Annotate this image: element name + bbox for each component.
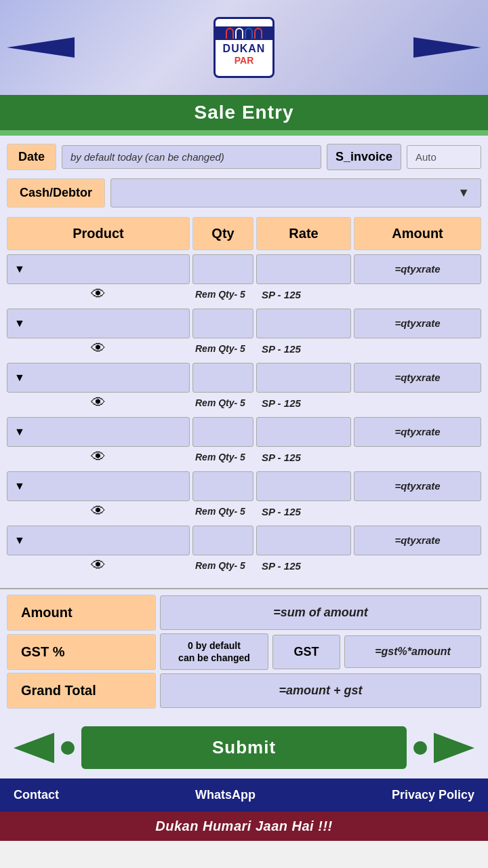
product-dropdown-arrow-6: ▼	[14, 534, 25, 547]
whatsapp-link[interactable]: WhatsApp	[195, 788, 256, 802]
arch-blue	[245, 28, 253, 39]
nav-dot-left	[61, 741, 75, 755]
row-info-4: 👁 Rem Qty- 5 SP - 125	[7, 448, 481, 466]
row-info-3: 👁 Rem Qty- 5 SP - 125	[7, 394, 481, 412]
eye-icon-4[interactable]: 👁	[7, 448, 190, 466]
submit-button[interactable]: Submit	[81, 726, 407, 769]
footer-tagline: Dukan Humari Jaan Hai !!!	[0, 812, 488, 841]
amount-label: Amount	[7, 595, 156, 631]
gst-text: GST	[272, 635, 340, 669]
form-area: Date by default today (can be changed) S…	[0, 136, 488, 588]
logo-box: DUKAN PAR	[214, 17, 274, 78]
rate-header: Rate	[256, 217, 351, 250]
row-main-1: ▼ =qtyxrate	[7, 254, 481, 284]
grand-total-label: Grand Total	[7, 673, 156, 709]
amount-formula-6: =qtyxrate	[354, 526, 481, 555]
product-dropdown-1[interactable]: ▼	[7, 254, 190, 284]
product-dropdown-6[interactable]: ▼	[7, 526, 190, 555]
date-label: Date	[7, 144, 56, 170]
right-wing-icon	[413, 37, 481, 58]
rate-input-5[interactable]	[256, 471, 351, 501]
sp-price-5: SP - 125	[256, 502, 481, 520]
amount-formula-5: =qtyxrate	[354, 471, 481, 501]
privacy-link[interactable]: Privacy Policy	[392, 788, 474, 802]
amount-formula-1: =qtyxrate	[354, 254, 481, 284]
table-header: Product Qty Rate Amount	[7, 217, 481, 250]
accent-line	[0, 130, 488, 136]
logo-dukan-text: DUKAN	[223, 43, 266, 55]
rate-input-3[interactable]	[256, 363, 351, 393]
grand-total-value: =amount + gst	[160, 673, 481, 708]
arch-red2	[254, 28, 262, 39]
sinvoice-label: S_invoice	[327, 144, 401, 170]
row-main-4: ▼ =qtyxrate	[7, 417, 481, 447]
left-wing-icon	[7, 37, 75, 58]
cash-debtor-dropdown[interactable]: ▼	[110, 178, 481, 208]
qty-input-4[interactable]	[192, 417, 253, 447]
submit-area: Submit	[0, 717, 488, 778]
product-dropdown-arrow-3: ▼	[14, 372, 25, 384]
product-dropdown-arrow-1: ▼	[14, 263, 25, 275]
amount-header: Amount	[354, 217, 481, 250]
date-input[interactable]: by default today (can be changed)	[62, 145, 321, 169]
nav-forward-button[interactable]	[434, 732, 474, 763]
sp-price-4: SP - 125	[256, 448, 481, 466]
row-main-2: ▼ =qtyxrate	[7, 309, 481, 338]
logo-arches	[224, 26, 264, 40]
rem-qty-6: Rem Qty- 5	[192, 557, 253, 574]
cash-debtor-label: Cash/Debtor	[7, 178, 105, 208]
title-bar: Sale Entry	[0, 95, 488, 130]
cash-debtor-row: Cash/Debtor ▼	[7, 178, 481, 208]
logo-top	[216, 26, 272, 40]
sp-price-2: SP - 125	[256, 340, 481, 357]
row-info-6: 👁 Rem Qty- 5 SP - 125	[7, 557, 481, 574]
qty-input-1[interactable]	[192, 254, 253, 284]
gst-row: GST % 0 by defaultcan be changed GST =gs…	[7, 633, 481, 670]
qty-input-2[interactable]	[192, 309, 253, 338]
rate-input-2[interactable]	[256, 309, 351, 338]
product-dropdown-arrow-5: ▼	[14, 480, 25, 492]
product-row-2: ▼ =qtyxrate 👁 Rem Qty- 5 SP - 125	[7, 309, 481, 357]
product-row-3: ▼ =qtyxrate 👁 Rem Qty- 5 SP - 125	[7, 363, 481, 412]
arch-white	[235, 28, 243, 39]
qty-input-6[interactable]	[192, 526, 253, 555]
product-row-1: ▼ =qtyxrate 👁 Rem Qty- 5 SP - 125	[7, 254, 481, 303]
gst-percent-label: GST %	[7, 634, 156, 670]
row-main-3: ▼ =qtyxrate	[7, 363, 481, 393]
product-dropdown-2[interactable]: ▼	[7, 309, 190, 338]
amount-value: =sum of amount	[160, 595, 481, 630]
product-dropdown-arrow-2: ▼	[14, 317, 25, 330]
grand-total-row: Grand Total =amount + gst	[7, 673, 481, 709]
summary-section: Amount =sum of amount GST % 0 by default…	[0, 588, 488, 717]
eye-icon-6[interactable]: 👁	[7, 557, 190, 574]
arch-red	[226, 28, 234, 39]
dropdown-arrow-icon: ▼	[458, 186, 470, 200]
rem-qty-3: Rem Qty- 5	[192, 394, 253, 412]
rate-input-1[interactable]	[256, 254, 351, 284]
rem-qty-4: Rem Qty- 5	[192, 448, 253, 466]
qty-input-5[interactable]	[192, 471, 253, 501]
row-main-5: ▼ =qtyxrate	[7, 471, 481, 501]
product-dropdown-3[interactable]: ▼	[7, 363, 190, 393]
row-info-1: 👁 Rem Qty- 5 SP - 125	[7, 285, 481, 303]
rate-input-4[interactable]	[256, 417, 351, 447]
contact-link[interactable]: Contact	[14, 788, 59, 802]
product-dropdown-5[interactable]: ▼	[7, 471, 190, 501]
amount-formula-3: =qtyxrate	[354, 363, 481, 393]
gst-formula: =gst%*amount	[344, 635, 481, 668]
product-dropdown-4[interactable]: ▼	[7, 417, 190, 447]
eye-icon-2[interactable]: 👁	[7, 340, 190, 357]
nav-back-button[interactable]	[14, 732, 54, 763]
eye-icon-5[interactable]: 👁	[7, 502, 190, 520]
nav-dot-right	[413, 741, 427, 755]
product-dropdown-arrow-4: ▼	[14, 426, 25, 438]
rate-input-6[interactable]	[256, 526, 351, 555]
eye-icon-1[interactable]: 👁	[7, 285, 190, 303]
auto-input[interactable]: Auto	[407, 145, 481, 169]
tagline-text: Dukan Humari Jaan Hai !!!	[155, 818, 332, 833]
eye-icon-3[interactable]: 👁	[7, 394, 190, 412]
qty-input-3[interactable]	[192, 363, 253, 393]
gst-default-value[interactable]: 0 by defaultcan be changed	[160, 633, 268, 670]
product-row-6: ▼ =qtyxrate 👁 Rem Qty- 5 SP - 125	[7, 526, 481, 574]
amount-row: Amount =sum of amount	[7, 595, 481, 631]
